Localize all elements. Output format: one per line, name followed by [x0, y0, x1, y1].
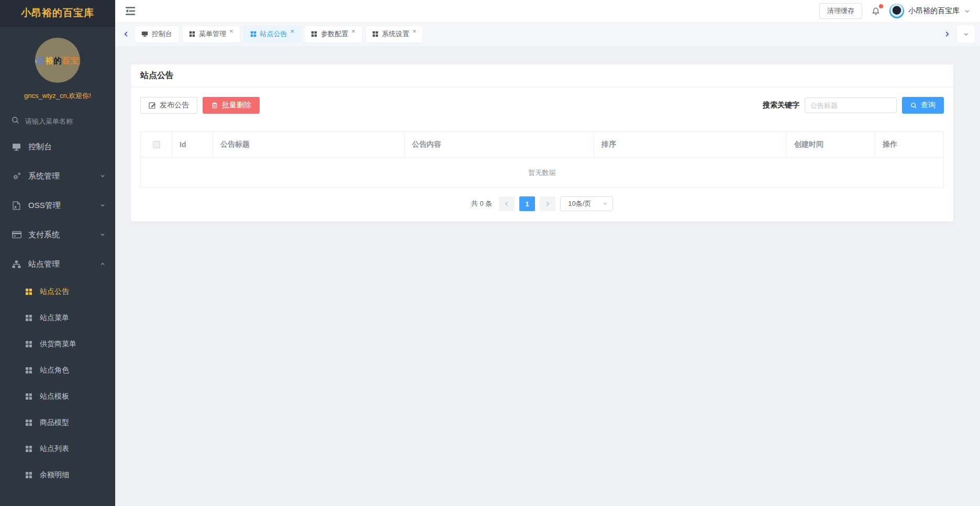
grid-icon	[372, 31, 378, 37]
sidebar-item-label: 供货商菜单	[40, 339, 76, 349]
sidebar-item-label: 系统管理	[28, 171, 60, 181]
column-header-title: 公告标题	[213, 132, 405, 157]
pagination: 共 0 条 1 10条/页	[140, 196, 944, 211]
sidebar-item-system-mgmt[interactable]: 系统管理	[0, 161, 115, 191]
tabs-actions-dropdown[interactable]	[957, 25, 975, 43]
sidebar-item-payment[interactable]: 支付系统	[0, 220, 115, 249]
username-label: 小昂裕的百宝库	[908, 6, 960, 16]
user-menu[interactable]: 小昂裕的百宝库	[889, 4, 971, 18]
avatar-glyph: 库	[79, 57, 81, 64]
chevron-down-icon	[99, 173, 106, 179]
grid-icon	[25, 314, 32, 322]
sidebar-item-site-menu[interactable]: 站点菜单	[0, 305, 115, 331]
grid-icon	[250, 31, 257, 37]
search-icon	[910, 102, 917, 109]
publish-notice-button[interactable]: 发布公告	[140, 97, 197, 114]
sidebar-item-console[interactable]: 控制台	[0, 132, 115, 161]
search-area: 搜索关键字 查询	[763, 97, 944, 114]
button-label: 查询	[921, 101, 936, 110]
grid-icon	[25, 445, 32, 453]
monitor-icon	[12, 143, 21, 151]
pagination-page-1[interactable]: 1	[519, 196, 535, 211]
site-notice-card: 站点公告 发布公告 批量删除 搜索关键字	[131, 64, 953, 222]
sidebar-item-balance-detail[interactable]: 余额明细	[0, 462, 115, 488]
grid-icon	[189, 31, 195, 37]
credit-card-icon	[12, 231, 21, 238]
close-icon[interactable]: ×	[291, 28, 295, 35]
notification-bell-icon[interactable]	[871, 6, 881, 16]
query-button[interactable]: 查询	[902, 97, 944, 114]
grid-icon	[311, 31, 317, 37]
tabs-scroll-left-icon[interactable]	[121, 29, 131, 39]
column-header-sort: 排序	[594, 132, 787, 157]
sidebar-item-site-list[interactable]: 站点列表	[0, 436, 115, 462]
file-icon	[12, 201, 21, 210]
batch-delete-button[interactable]: 批量删除	[203, 97, 260, 114]
sidebar-item-supplier-menu[interactable]: 供货商菜单	[0, 331, 115, 357]
edit-icon	[149, 102, 156, 109]
empty-state-text: 暂无数据	[141, 157, 943, 188]
tab-label: 控制台	[152, 29, 172, 39]
sidebar-item-label: 站点公告	[40, 287, 69, 296]
sidebar-collapse-icon[interactable]	[122, 4, 138, 18]
welcome-text: gncs_wtyz_cn,欢迎你!	[0, 91, 115, 101]
tab-system-settings[interactable]: 系统设置 ×	[366, 26, 423, 42]
close-icon[interactable]: ×	[351, 28, 355, 35]
tab-label: 系统设置	[382, 29, 409, 39]
tab-console[interactable]: 控制台	[135, 26, 179, 42]
sidebar-item-label: 站点管理	[28, 259, 60, 269]
select-all-checkbox[interactable]	[153, 141, 160, 148]
avatar-glyph: 昂	[37, 57, 45, 64]
grid-icon	[25, 471, 32, 479]
app-root: 小昂裕的百宝库 小 昂 裕 的 百 宝 库 gncs_wtyz_cn,欢迎你! …	[0, 0, 980, 506]
notice-title-search-input[interactable]	[805, 97, 897, 113]
sidebar-menu: 控制台 系统管理 OSS管理	[0, 132, 115, 488]
search-icon	[12, 116, 19, 126]
sidebar-item-label: 支付系统	[28, 230, 60, 240]
toolbar: 发布公告 批量删除 搜索关键字 查询	[140, 97, 944, 114]
tab-menu-mgmt[interactable]: 菜单管理 ×	[183, 26, 240, 42]
avatar-glyph: 百	[62, 57, 70, 64]
button-label: 发布公告	[160, 101, 189, 110]
sidebar-item-label: 站点角色	[40, 366, 69, 375]
column-header-actions: 操作	[875, 132, 943, 157]
tab-strip: 控制台 菜单管理 × 站点公告 × 参数配置 × 系统设置 ×	[115, 22, 980, 46]
app-logo-title: 小昂裕的百宝库	[0, 0, 115, 26]
menu-search[interactable]	[12, 116, 115, 126]
chevron-down-icon	[99, 232, 106, 238]
close-icon[interactable]: ×	[229, 28, 233, 35]
menu-search-input[interactable]	[25, 117, 98, 125]
page-title: 站点公告	[131, 64, 953, 87]
search-label: 搜索关键字	[763, 101, 799, 110]
sidebar-item-label: 站点菜单	[40, 313, 69, 323]
avatar-glyph: 小	[35, 57, 37, 64]
grid-icon	[25, 393, 32, 400]
clear-cache-button[interactable]: 清理缓存	[819, 3, 862, 19]
pagination-prev-icon[interactable]	[499, 196, 515, 211]
page-size-select[interactable]: 10条/页	[560, 196, 613, 211]
sidebar-item-site-notice[interactable]: 站点公告	[0, 279, 115, 305]
sidebar-item-product-model[interactable]: 商品模型	[0, 410, 115, 436]
pagination-next-icon[interactable]	[540, 196, 555, 211]
chevron-down-icon	[602, 201, 608, 207]
sidebar-item-site-template[interactable]: 站点模板	[0, 383, 115, 410]
user-avatar-large[interactable]: 小 昂 裕 的 百 宝 库	[35, 38, 80, 83]
tab-label: 站点公告	[260, 29, 287, 39]
tab-site-notice[interactable]: 站点公告 ×	[244, 26, 301, 42]
button-label: 批量删除	[222, 101, 251, 110]
sidebar-item-oss-mgmt[interactable]: OSS管理	[0, 191, 115, 220]
grid-icon	[25, 367, 32, 374]
grid-icon	[25, 419, 32, 426]
close-icon[interactable]: ×	[413, 28, 417, 35]
notice-table: Id 公告标题 公告内容 排序 创建时间 操作 暂无数据	[140, 131, 944, 188]
tab-label: 菜单管理	[199, 29, 226, 39]
header-actions: 清理缓存 小昂裕的百宝库	[819, 3, 971, 19]
tabs-scroll-right-icon[interactable]	[942, 29, 952, 39]
tab-param-config[interactable]: 参数配置 ×	[305, 26, 362, 42]
sidebar-item-site-role[interactable]: 站点角色	[0, 357, 115, 383]
user-avatar-small	[889, 4, 904, 18]
chevron-down-icon	[964, 8, 971, 15]
tab-strip-right	[942, 25, 975, 43]
sidebar-item-label: 站点模板	[40, 392, 69, 401]
sidebar-item-site-mgmt[interactable]: 站点管理	[0, 249, 115, 279]
